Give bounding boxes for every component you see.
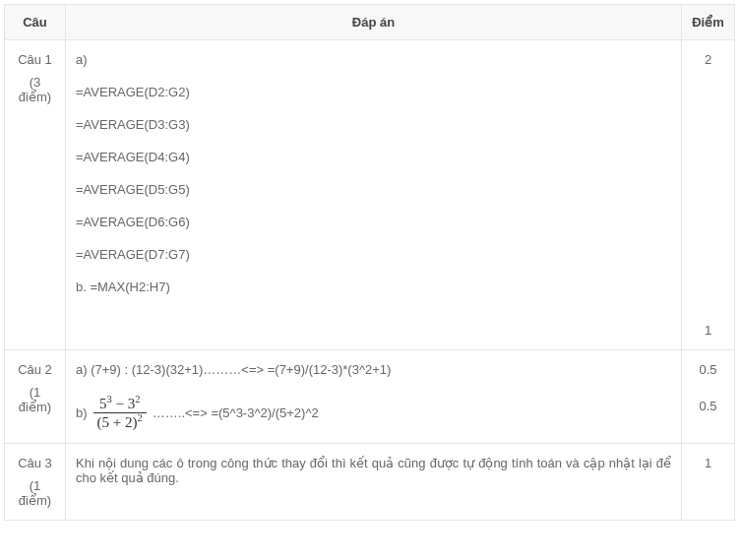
cau-cell: Câu 2 (1 điểm) — [5, 350, 66, 444]
cau-label: Câu 1 — [15, 52, 55, 67]
answer-table: Câu Đáp án Điểm Câu 1 (3 điểm) a) =AVERA… — [4, 4, 735, 521]
answer-part-b: b. =MAX(H2:H7) — [76, 280, 671, 294]
answer-formula: =AVERAGE(D2:G2) — [76, 85, 671, 99]
header-dapan: Đáp án — [66, 5, 682, 40]
cau-note: (1 điểm) — [15, 478, 55, 508]
answer-b-prefix: b) — [76, 405, 88, 420]
answer-formula: =AVERAGE(D4:G4) — [76, 150, 671, 164]
table-row: Câu 1 (3 điểm) a) =AVERAGE(D2:G2) =AVERA… — [5, 40, 735, 350]
score-cell: 2 1 — [682, 40, 735, 350]
answer-part-a-label: a) — [76, 52, 671, 67]
score-value: 1 — [692, 323, 724, 338]
score-value: 0.5 — [692, 362, 724, 377]
answer-formula: =AVERAGE(D7:G7) — [76, 247, 671, 262]
header-cau: Câu — [5, 5, 66, 40]
score-value: 1 — [692, 456, 724, 470]
score-value: 0.5 — [692, 399, 724, 413]
cau-label: Câu 2 — [15, 362, 55, 377]
answer-formula: =AVERAGE(D6:G6) — [76, 215, 671, 229]
answer-formula: =AVERAGE(D5:G5) — [76, 182, 671, 197]
answer-cell: a) =AVERAGE(D2:G2) =AVERAGE(D3:G3) =AVER… — [66, 40, 682, 350]
answer-cell: Khi nội dung các ô trong công thức thay … — [66, 444, 682, 521]
score-value: 2 — [692, 52, 724, 67]
table-row: Câu 3 (1 điểm) Khi nội dung các ô trong … — [5, 444, 735, 521]
score-cell: 1 — [682, 444, 735, 521]
cau-note: (1 điểm) — [15, 385, 55, 414]
answer-cell: a) (7+9) : (12-3)(32+1)………<=> =(7+9)/(12… — [66, 350, 682, 444]
answer-b-suffix: ……..<=> =(5^3-3^2)/(5+2)^2 — [153, 405, 319, 420]
fraction: 53 − 32 (5 + 2)2 — [93, 395, 147, 431]
cau-label: Câu 3 — [15, 456, 55, 470]
answer-line-a: a) (7+9) : (12-3)(32+1)………<=> =(7+9)/(12… — [76, 362, 671, 377]
answer-text: Khi nội dung các ô trong công thức thay … — [76, 456, 671, 485]
table-row: Câu 2 (1 điểm) a) (7+9) : (12-3)(32+1)……… — [5, 350, 735, 444]
answer-formula: =AVERAGE(D3:G3) — [76, 117, 671, 132]
header-row: Câu Đáp án Điểm — [5, 5, 735, 40]
fraction-denominator: (5 + 2)2 — [93, 412, 147, 431]
answer-line-b: b) 53 − 32 (5 + 2)2 ……..<=> =(5^3-3^2)/(… — [76, 395, 671, 431]
header-diem: Điểm — [682, 5, 735, 40]
cau-note: (3 điểm) — [15, 75, 55, 104]
cau-cell: Câu 1 (3 điểm) — [5, 40, 66, 350]
fraction-numerator: 53 − 32 — [95, 395, 144, 412]
cau-cell: Câu 3 (1 điểm) — [5, 444, 66, 521]
score-cell: 0.5 0.5 — [682, 350, 735, 444]
